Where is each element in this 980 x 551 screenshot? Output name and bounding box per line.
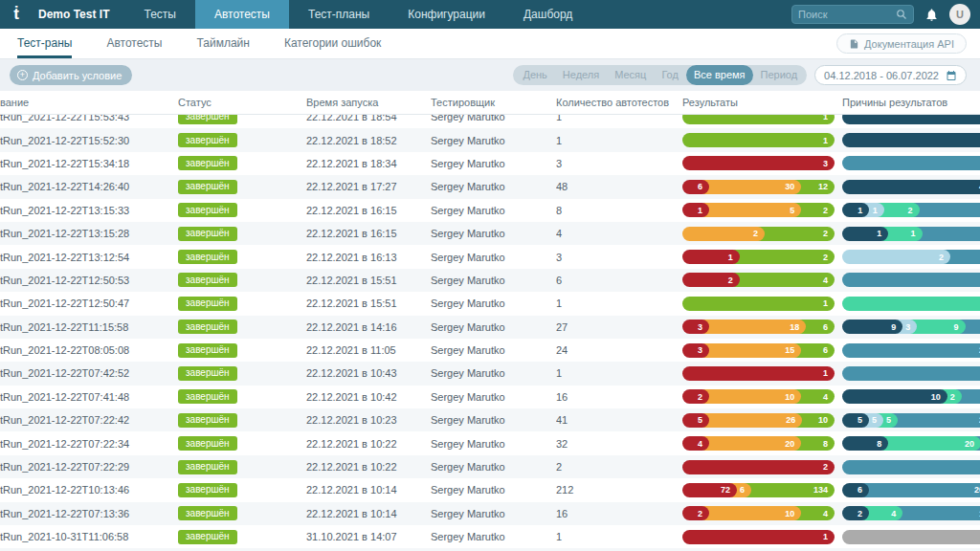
search-input[interactable] <box>798 9 896 20</box>
table-row[interactable]: tRun_2021-12-22T07:41:48завершён22.12.20… <box>0 386 980 408</box>
table-row[interactable]: tRun_2021-12-22T07:22:29завершён22.12.20… <box>0 455 980 478</box>
table-row[interactable]: tRun_2021-12-22T13:15:33завершён22.12.20… <box>0 199 980 222</box>
search-box[interactable] <box>791 5 914 24</box>
results-cell: 63012 <box>682 180 842 194</box>
table-row[interactable]: tRun_2021-12-22T07:13:36завершён22.12.20… <box>0 502 980 525</box>
table-row[interactable]: tRun_2021-12-22T15:34:18завершён22.12.20… <box>0 152 980 175</box>
tab-timeline[interactable]: Таймлайн <box>196 29 249 58</box>
table-row[interactable]: tRun_2021-10-31T11:06:58завершён31.10.20… <box>0 525 980 548</box>
header-name[interactable]: вание <box>0 97 178 108</box>
nav-item-configurations[interactable]: Конфигурации <box>389 0 504 29</box>
autotest-count: 1 <box>556 298 682 309</box>
tester-name: Sergey Marutko <box>431 484 556 496</box>
header-tester[interactable]: Тестировщик <box>431 97 556 108</box>
period-month[interactable]: Месяц <box>607 65 654 85</box>
search-icon[interactable] <box>896 9 907 20</box>
status-badge: завершён <box>178 436 237 451</box>
header-start-time[interactable]: Время запуска <box>306 97 431 108</box>
status-badge: завершён <box>178 389 237 404</box>
bar-segment: 2 <box>682 227 765 241</box>
bar-segment: 2 <box>842 460 980 474</box>
bar-segment: 3 <box>682 156 835 170</box>
reasons-bar: 3 <box>842 156 980 170</box>
period-day[interactable]: День <box>515 65 554 85</box>
reasons-cell: 6206 <box>842 483 980 497</box>
nav-item-tests[interactable]: Тесты <box>124 0 194 29</box>
start-time: 22.12.2021 в 15:51 <box>306 275 431 286</box>
api-docs-label: Документация API <box>864 38 954 50</box>
table-row[interactable]: tRun_2021-12-22T07:22:42завершён22.12.20… <box>0 408 980 431</box>
tester-name: Sergey Marutko <box>431 414 556 426</box>
bell-icon[interactable] <box>924 8 939 22</box>
autotest-count: 6 <box>556 275 682 286</box>
table-row[interactable]: tRun_2021-12-22T15:52:30завершён22.12.20… <box>0 128 980 151</box>
start-time: 22.12.2021 в 17:27 <box>306 181 431 192</box>
tester-name: Sergey Marutko <box>431 321 556 333</box>
table-row[interactable]: tRun_2021-12-22T07:22:34завершён22.12.20… <box>0 431 980 454</box>
run-name: tRun_2021-12-22T13:12:54 <box>0 252 178 263</box>
reasons-bar: 2 <box>842 460 980 474</box>
run-name: tRun_2021-12-22T07:13:36 <box>0 508 178 519</box>
tester-name: Sergey Marutko <box>431 275 556 286</box>
api-docs-button[interactable]: Документация API <box>836 33 967 54</box>
bar-segment: 134 <box>739 483 835 497</box>
header-results[interactable]: Результаты <box>682 97 842 108</box>
bar-segment: 1 <box>682 250 740 264</box>
status-cell: завершён <box>178 530 306 544</box>
add-condition-button[interactable]: + Добавить условие <box>10 65 132 85</box>
status-cell: завершён <box>178 436 306 451</box>
table-row[interactable]: tRun_2021-12-22T10:13:46завершён22.12.20… <box>0 478 980 501</box>
results-cell: 4208 <box>682 436 842 451</box>
header-status[interactable]: Статус <box>178 97 306 108</box>
results-cell: 2104 <box>682 506 842 520</box>
table-row[interactable]: tRun_2021-12-22T12:50:47завершён22.12.20… <box>0 292 980 315</box>
reasons-cell: 1124 <box>842 203 980 217</box>
results-cell: 1 <box>682 530 842 544</box>
start-time: 22.12.2021 в 10:42 <box>306 391 431 403</box>
table-row[interactable]: tRun_2021-12-22T14:26:40завершён22.12.20… <box>0 175 980 198</box>
results-bar: 1 <box>682 366 835 381</box>
results-bar: 24 <box>682 273 835 287</box>
run-name: tRun_2021-12-22T14:26:40 <box>0 181 178 192</box>
period-week[interactable]: Неделя <box>555 65 607 85</box>
status-cell: завершён <box>178 506 306 520</box>
results-bar: 3186 <box>682 320 835 334</box>
bar-segment: 20 <box>697 436 801 451</box>
reasons-bar: 1 <box>842 133 980 147</box>
tester-name: Sergey Marutko <box>431 158 556 169</box>
results-bar: 63012 <box>682 180 835 194</box>
app-logo[interactable]: ṫ <box>0 5 33 24</box>
bar-segment: 2 <box>842 506 869 520</box>
nav-item-testplans[interactable]: Тест-планы <box>289 0 389 29</box>
table-row[interactable]: tRun_2021-12-22T08:05:08завершён22.12.20… <box>0 339 980 362</box>
period-year[interactable]: Год <box>654 65 686 85</box>
tab-test-runs[interactable]: Тест-раны <box>17 29 72 58</box>
results-cell: 52610 <box>682 413 842 428</box>
table-row[interactable]: tRun_2021-12-22T11:15:58завершён22.12.20… <box>0 316 980 339</box>
user-avatar[interactable]: U <box>949 4 970 25</box>
status-badge: завершён <box>178 343 237 358</box>
table-row[interactable]: tRun_2021-12-22T12:50:53завершён22.12.20… <box>0 269 980 292</box>
tab-autotests[interactable]: Автотесты <box>106 29 162 58</box>
results-cell: 24 <box>682 273 842 287</box>
bar-segment: 3 <box>682 320 709 334</box>
period-all-time[interactable]: Все время <box>686 65 753 85</box>
bar-segment: 20 <box>876 436 980 451</box>
header-result-reasons[interactable]: Причины результатов <box>842 97 980 108</box>
calendar-icon[interactable] <box>946 70 957 81</box>
date-range-input[interactable]: 04.12.2018 - 06.07.2022 <box>814 65 967 85</box>
nav-item-autotests[interactable]: Автотесты <box>195 0 289 29</box>
tester-name: Sergey Marutko <box>431 181 556 192</box>
table-row[interactable]: tRun_2021-12-22T07:42:52завершён22.12.20… <box>0 362 980 385</box>
bar-segment: 9 <box>842 320 902 334</box>
period-custom[interactable]: Период <box>753 65 806 85</box>
table-row[interactable]: tRun_2021-12-22T13:15:28завершён22.12.20… <box>0 222 980 245</box>
run-name: tRun_2021-12-22T07:42:52 <box>0 367 178 379</box>
table-row[interactable]: tRun_2021-12-22T13:12:54завершён22.12.20… <box>0 245 980 268</box>
header-autotest-count[interactable]: Количество автотестов <box>556 97 682 108</box>
nav-item-dashboard[interactable]: Дашборд <box>504 0 591 29</box>
tab-error-categories[interactable]: Категории ошибок <box>284 29 381 58</box>
results-bar: 4208 <box>682 436 835 451</box>
status-badge: завершён <box>178 297 237 311</box>
brand-title: Demo Test IT <box>38 8 109 21</box>
